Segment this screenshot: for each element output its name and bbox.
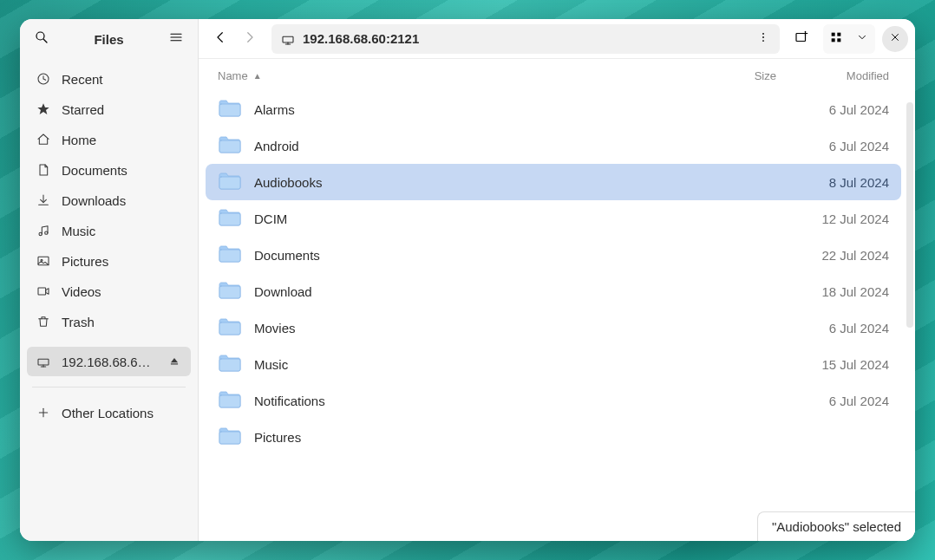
- file-modified: 8 Jul 2024: [776, 175, 889, 190]
- svg-rect-45: [219, 395, 240, 407]
- column-header-modified[interactable]: Modified: [776, 69, 889, 82]
- file-modified: 15 Jul 2024: [776, 357, 889, 372]
- svg-marker-18: [171, 358, 178, 362]
- file-row[interactable]: Documents 22 Jul 2024: [206, 237, 901, 273]
- folder-icon: [218, 390, 244, 411]
- file-row[interactable]: Music 15 Jul 2024: [206, 346, 901, 382]
- app-title: Files: [62, 32, 156, 47]
- sidebar-item-videos[interactable]: Videos: [27, 277, 191, 306]
- sidebar-item-starred[interactable]: Starred: [27, 94, 191, 124]
- new-tab-icon: [794, 29, 809, 49]
- column-header-size[interactable]: Size: [698, 69, 776, 82]
- file-name: Android: [254, 139, 698, 153]
- trash-icon: [36, 314, 51, 329]
- search-button[interactable]: [27, 24, 56, 54]
- svg-point-27: [762, 40, 764, 42]
- path-bar[interactable]: 192.168.68.60:2121: [271, 24, 780, 54]
- sidebar-item-music[interactable]: Music: [27, 216, 191, 245]
- server-icon: [280, 31, 296, 47]
- file-listing[interactable]: Name ▲ Size Modified Alarms 6 Jul 2024 A…: [199, 59, 915, 541]
- sidebar-item-other-locations[interactable]: Other Locations: [27, 398, 191, 427]
- selection-status-text: "Audiobooks" selected: [772, 519, 901, 534]
- star-icon: [36, 101, 51, 117]
- search-icon: [34, 29, 49, 49]
- file-modified: 6 Jul 2024: [776, 394, 889, 408]
- path-text: 192.168.68.60:2121: [303, 31, 745, 46]
- close-button[interactable]: [882, 26, 908, 52]
- sidebar-item-downloads[interactable]: Downloads: [27, 186, 191, 215]
- file-row[interactable]: Movies 6 Jul 2024: [206, 309, 901, 346]
- hamburger-menu-button[interactable]: [161, 24, 191, 54]
- chevron-down-icon: [856, 31, 868, 47]
- sidebar-item-recent[interactable]: Recent: [27, 64, 191, 94]
- path-options-button[interactable]: [752, 28, 775, 50]
- forward-button[interactable]: [235, 24, 265, 54]
- svg-rect-34: [837, 38, 840, 42]
- svg-rect-46: [219, 432, 240, 444]
- folder-icon: [218, 244, 244, 265]
- home-icon: [36, 132, 51, 147]
- view-switcher: [823, 24, 875, 54]
- file-row[interactable]: Download 18 Jul 2024: [206, 273, 901, 309]
- file-name: Documents: [254, 248, 698, 263]
- sidebar-item-label: Home: [62, 133, 182, 147]
- folder-icon: [218, 208, 244, 229]
- back-button[interactable]: [206, 24, 235, 54]
- sidebar-item-documents[interactable]: Documents: [27, 155, 191, 185]
- sidebar-network: 192.168.68.6…: [20, 342, 198, 381]
- file-row[interactable]: Notifications 6 Jul 2024: [206, 382, 901, 419]
- folder-icon: [218, 99, 244, 120]
- sidebar-places: Recent Starred Home Documents Downloads: [20, 59, 198, 342]
- file-row[interactable]: Audiobooks 8 Jul 2024: [206, 164, 901, 200]
- svg-rect-31: [832, 32, 835, 36]
- svg-rect-13: [38, 288, 46, 295]
- svg-rect-22: [283, 36, 293, 42]
- file-name: Download: [254, 284, 698, 299]
- svg-line-1: [43, 39, 47, 42]
- svg-rect-42: [219, 286, 240, 298]
- file-row[interactable]: Pictures: [206, 419, 901, 455]
- folder-icon: [218, 427, 244, 447]
- view-mode-button[interactable]: [823, 24, 849, 54]
- sidebar-other: Other Locations: [20, 393, 198, 433]
- sidebar: Files Recent Starred Hom: [20, 19, 199, 541]
- new-tab-button[interactable]: [787, 24, 816, 54]
- file-modified: 18 Jul 2024: [776, 284, 889, 299]
- file-modified: 22 Jul 2024: [776, 248, 889, 263]
- chevron-left-icon: [212, 29, 228, 49]
- svg-point-26: [762, 36, 764, 38]
- scrollbar[interactable]: [906, 102, 913, 328]
- folder-icon: [218, 135, 244, 156]
- sidebar-item-label: Pictures: [62, 254, 182, 269]
- music-icon: [36, 223, 51, 238]
- view-options-button[interactable]: [849, 24, 875, 54]
- sidebar-item-home[interactable]: Home: [27, 125, 191, 154]
- documents-icon: [36, 162, 51, 178]
- sidebar-divider: [32, 387, 186, 387]
- sidebar-item-label: Trash: [62, 315, 182, 329]
- selection-status: "Audiobooks" selected: [757, 511, 915, 541]
- sidebar-item-network-share[interactable]: 192.168.68.6…: [27, 347, 191, 376]
- column-header-name[interactable]: Name ▲: [218, 69, 698, 82]
- sidebar-item-trash[interactable]: Trash: [27, 307, 191, 336]
- sidebar-item-label: 192.168.68.6…: [62, 355, 156, 369]
- column-headers: Name ▲ Size Modified: [206, 66, 901, 91]
- svg-point-25: [762, 32, 764, 34]
- file-row[interactable]: Android 6 Jul 2024: [206, 127, 901, 164]
- eject-button[interactable]: [167, 354, 182, 369]
- sidebar-header: Files: [20, 19, 198, 59]
- file-manager-window: Files Recent Starred Hom: [20, 19, 915, 541]
- file-name: Pictures: [254, 430, 698, 445]
- file-row[interactable]: Alarms 6 Jul 2024: [206, 91, 901, 127]
- sidebar-item-label: Other Locations: [62, 406, 182, 420]
- folder-icon: [218, 317, 244, 338]
- toolbar: 192.168.68.60:2121: [199, 19, 915, 59]
- file-modified: 6 Jul 2024: [776, 102, 889, 117]
- download-icon: [36, 192, 51, 208]
- sidebar-item-pictures[interactable]: Pictures: [27, 246, 191, 276]
- sort-ascending-icon: ▲: [253, 71, 262, 81]
- file-name: DCIM: [254, 212, 698, 226]
- close-icon: [889, 31, 901, 47]
- svg-rect-39: [219, 177, 240, 189]
- file-row[interactable]: DCIM 12 Jul 2024: [206, 200, 901, 237]
